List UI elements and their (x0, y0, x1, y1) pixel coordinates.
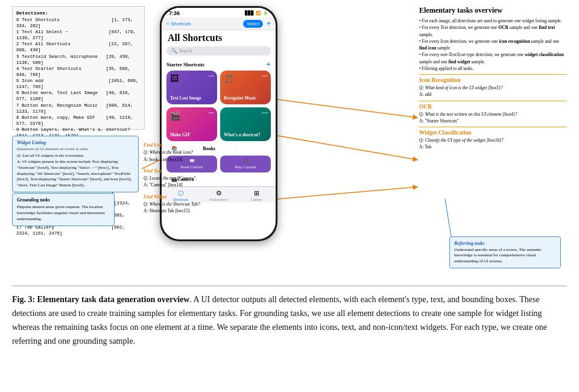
battery-icon: 🔋 (263, 11, 268, 16)
find-icon-q: Q: Where is the book icon? (144, 149, 264, 156)
starter-section-header: Starter Shortcuts + (162, 57, 276, 71)
bullet-1: For every Text detection, we generate on… (419, 24, 567, 38)
grounding-box: Grounding tasks Pinpoint desired areas g… (12, 193, 124, 226)
starter-label: Starter Shortcuts (166, 62, 204, 68)
card-icon-0: 🖼 (170, 74, 179, 84)
caption-area: Fig. 3: Elementary task data generation … (12, 285, 567, 348)
wl-subtitle: Enumerate all UI elements on screen in o… (17, 146, 134, 151)
wl-a: A: UI widgets present in this screen inc… (17, 159, 134, 189)
ocr-divider (419, 101, 567, 101)
widget-card-1[interactable]: ••• 🎵 Recognize Music (220, 71, 271, 104)
card-title-2: Make GIF (170, 132, 214, 138)
widget-listing-box: Widget Listing Enumerate all UI elements… (12, 136, 142, 196)
icon-a: A: add (419, 91, 567, 98)
bullet-3: For every non-Text/Icon type detection, … (419, 51, 567, 65)
fig-label: Fig. 3: (12, 295, 35, 304)
card-dots-3: ••• (262, 110, 268, 116)
find-text-label: Find Text (144, 168, 264, 174)
widget-card-2[interactable]: ••• 🎬 Make GIF (166, 107, 217, 141)
phone-search[interactable]: 🔍 Search (166, 46, 271, 55)
card-title-1: Recognize Music (224, 95, 267, 101)
search-placeholder: Search (179, 48, 192, 54)
card-icon-2: 🎬 (170, 111, 180, 121)
find-widget-q: Q: Where is the Shortcuts Tab? (144, 201, 264, 207)
card-title-3: What's a shortcut? (224, 132, 267, 138)
referring-title: Referring tasks (454, 240, 556, 247)
caption-title: Elementary task data generation overview (37, 295, 190, 304)
wl-title: Widget Listing (17, 139, 134, 146)
find-widget-a: A: Shortcuts Tab [box15] (144, 207, 264, 214)
detections-header: Detections: (16, 10, 141, 17)
icon-divider (419, 74, 567, 75)
status-icons: ▊▊▊ 📶 🔋 (245, 11, 268, 16)
svg-line-3 (277, 136, 417, 160)
find-icon-label: Find Icon (144, 142, 264, 148)
card-dots-2: ••• (209, 110, 214, 116)
icon-qa: Q: What kind of icon is the UI widget [b… (419, 84, 567, 98)
widget-qa: Q: Classify the UI type of the widget [b… (419, 137, 567, 151)
phone-status-bar: 7:36 ▊▊▊ 📶 🔋 (162, 8, 276, 17)
find-icon-a: A: book icon [box10] (144, 156, 264, 163)
search-icon: 🔍 (171, 48, 177, 54)
signal-icon: ▊▊▊ (245, 11, 254, 16)
card-dots-1: ••• (262, 73, 268, 79)
find-text-a: A: "Camera" [box14] (144, 182, 264, 188)
arrow-labels: Find Icon Q: Where is the book icon? A: … (144, 142, 264, 214)
widget-section-title: Widget Classification (419, 130, 567, 136)
referring-body: Understand specific areas of a screen. T… (454, 247, 556, 265)
widget-divider (419, 127, 567, 127)
nav-back-btn[interactable]: < Shortcuts (166, 21, 191, 27)
widget-q: Q: Classify the UI type of the widget [b… (419, 137, 567, 144)
diagram-wrapper: Detections: 0 Text Shortcuts [1, 173, 33… (12, 6, 567, 280)
wl-q: Q: List all UI widgets in the screenshot… (17, 153, 134, 159)
icon-q: Q: What kind of icon is the UI widget [b… (419, 84, 567, 91)
right-panel: Elementary tasks overview For each image… (419, 6, 567, 151)
card-title-0: Text Last Image (170, 95, 214, 101)
phone-navbar: < Shortcuts Select + (162, 17, 276, 30)
widget-card-3[interactable]: ••• What's a shortcut? (220, 107, 271, 141)
widget-grid: ••• 🖼 Text Last Image ••• 🎵 Recognize Mu… (162, 71, 276, 144)
ocr-a: A: "Starter Shortcuts" (419, 118, 567, 124)
widget-card-0[interactable]: ••• 🖼 Text Last Image (166, 71, 217, 104)
grounding-title: Grounding tasks (17, 197, 110, 203)
ocr-section-title: OCR (419, 104, 567, 110)
nav-select-btn[interactable]: Select (243, 20, 263, 28)
right-panel-title: Elementary tasks overview (419, 6, 567, 15)
widget-a: A: Tab (419, 144, 567, 150)
detections-panel: Detections: 0 Text Shortcuts [1, 173, 33… (12, 6, 142, 130)
nav-plus-btn[interactable]: + (267, 19, 271, 28)
svg-line-4 (277, 187, 417, 199)
card-icon-1: 🎵 (224, 74, 234, 84)
wifi-icon: 📶 (256, 11, 261, 16)
main-container: Detections: 0 Text Shortcuts [1, 173, 33… (0, 0, 579, 354)
ocr-qa: Q: What is the text written on this UI e… (419, 111, 567, 125)
find-widget-label: Find Widget (144, 194, 264, 200)
svg-line-2 (277, 100, 417, 118)
section-plus-btn[interactable]: + (266, 60, 271, 69)
bullet-4: Filtering applied to all tasks. (419, 65, 567, 72)
detections-text: Detections: 0 Text Shortcuts [1, 173, 33… (12, 6, 145, 130)
card-dots-0: ••• (209, 73, 214, 79)
find-text-q: Q: Locate the text "Camera". (144, 175, 264, 182)
bullet-0: For each image, all detections are used … (419, 17, 567, 24)
icon-section-title: Icon Recognition (419, 77, 567, 83)
grounding-body: Pinpoint desired areas given requests. T… (17, 204, 110, 222)
phone-title: All Shortcuts (162, 30, 276, 45)
bullet-2: For every Icon detection, we generate on… (419, 38, 567, 52)
referring-box: Referring tasks Understand specific area… (449, 236, 567, 268)
right-bullets: For each image, all detections are used … (419, 17, 567, 72)
ocr-q: Q: What is the text written on this UI e… (419, 111, 567, 118)
status-time: 7:36 (169, 10, 180, 16)
